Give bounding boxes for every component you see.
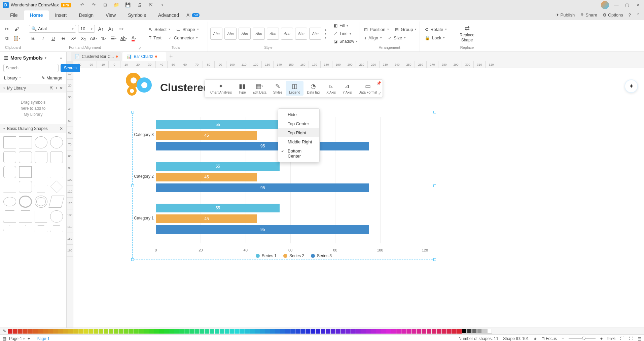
color-swatch[interactable] (159, 329, 164, 334)
export-icon[interactable]: ⇱ (148, 2, 154, 8)
font-size-select[interactable]: 10▾ (78, 25, 95, 33)
color-swatch[interactable] (240, 329, 245, 334)
color-swatch[interactable] (412, 329, 416, 334)
style-preset[interactable]: Abc (224, 28, 237, 40)
collapse-panel-icon[interactable]: « (60, 56, 62, 61)
add-lib-icon[interactable]: + (55, 86, 58, 91)
toolbar-expand-icon[interactable]: ⤢ (378, 91, 381, 96)
fit-page-icon[interactable]: ⛶ (620, 336, 624, 341)
canvas[interactable]: Clustered 📌 ⤢ ✦Chart Analysis ▮▮Type ▦▾E… (73, 68, 644, 328)
bold-icon[interactable]: B (29, 34, 37, 42)
open-icon[interactable]: 📁 (113, 2, 119, 8)
color-swatch[interactable] (245, 329, 250, 334)
color-swatch[interactable] (83, 329, 88, 334)
shape-hexagon[interactable] (50, 225, 63, 237)
color-swatch[interactable] (164, 329, 169, 334)
size-button[interactable]: ⤢Size▾ (386, 34, 408, 41)
color-swatch[interactable] (452, 329, 457, 334)
color-swatch[interactable] (124, 329, 129, 334)
shape-circle[interactable] (50, 136, 63, 148)
page-tab[interactable]: Page-1 (33, 336, 53, 341)
select-tool[interactable]: ↖Select▾ (147, 26, 172, 33)
publish-button[interactable]: ✈Publish (556, 12, 575, 18)
color-swatch[interactable] (104, 329, 108, 334)
highlight-icon[interactable]: ab▾ (120, 34, 128, 42)
color-swatch[interactable] (200, 329, 204, 334)
shape-trapezoid[interactable] (19, 210, 32, 223)
font-color-icon[interactable]: A▾ (130, 34, 138, 42)
color-swatch[interactable] (285, 329, 290, 334)
color-swatch[interactable] (321, 329, 325, 334)
color-swatch[interactable] (437, 329, 441, 334)
close-lib-icon[interactable]: ✕ (60, 86, 63, 91)
gallery-up-icon[interactable]: ▴ (325, 28, 326, 31)
resize-handle[interactable] (433, 184, 436, 187)
color-swatch[interactable] (43, 329, 48, 334)
color-swatch[interactable] (326, 329, 330, 334)
color-swatch[interactable] (306, 329, 310, 334)
shape-ellipse[interactable] (3, 197, 16, 206)
color-swatch[interactable] (255, 329, 260, 334)
align-button[interactable]: ⫞Align▾ (362, 34, 384, 41)
grow-font-icon[interactable]: A↑ (97, 25, 105, 33)
gallery-more-icon[interactable]: ▾ (325, 36, 326, 39)
x-axis-button[interactable]: ⊾X Axis (323, 81, 339, 96)
menu-ai[interactable]: AI hot (186, 12, 200, 18)
shape-rectangle[interactable] (3, 136, 16, 148)
shadow-button[interactable]: ◪Shadow▾ (332, 38, 356, 45)
edit-data-button[interactable]: ▦▾Edit Data (249, 81, 270, 96)
color-swatch[interactable] (129, 329, 134, 334)
data-tag-button[interactable]: ◔Data tag (303, 81, 323, 96)
help-icon[interactable]: ? (629, 12, 631, 18)
color-swatch[interactable] (144, 329, 149, 334)
color-swatch[interactable] (174, 329, 179, 334)
color-swatch[interactable] (467, 329, 472, 334)
color-swatch[interactable] (295, 329, 300, 334)
qat-more-icon[interactable]: ▾ (159, 2, 165, 8)
bullets-icon[interactable]: ☰▾ (110, 34, 118, 42)
superscript-icon[interactable]: X² (69, 34, 77, 42)
page-layout-icon[interactable]: ▦ (3, 336, 6, 341)
color-swatch[interactable] (361, 329, 366, 334)
color-swatch[interactable] (351, 329, 356, 334)
gallery-down-icon[interactable]: ▾ (325, 32, 326, 35)
color-swatch[interactable] (33, 329, 38, 334)
color-swatch[interactable] (401, 329, 406, 334)
format-painter-icon[interactable]: 🖌 (13, 25, 21, 33)
shape-triangle[interactable] (35, 166, 47, 178)
color-swatch[interactable] (134, 329, 139, 334)
shape-hexagon[interactable] (35, 225, 47, 237)
shape-rounded-rect[interactable] (50, 151, 63, 163)
add-page-button[interactable]: + (28, 336, 30, 341)
page-select[interactable]: Page-1 ▾ (9, 336, 25, 341)
close-section-icon[interactable]: ✕ (60, 126, 63, 131)
shape-octagon[interactable] (19, 181, 32, 193)
line-spacing-icon[interactable]: ⇅▾ (100, 34, 108, 42)
y-axis-button[interactable]: ⊿Y Axis (339, 81, 355, 96)
color-swatch[interactable] (311, 329, 315, 334)
resize-handle[interactable] (131, 111, 134, 113)
color-swatch[interactable] (457, 329, 462, 334)
color-swatch[interactable] (73, 329, 78, 334)
color-swatch[interactable] (356, 329, 361, 334)
font-expander-icon[interactable]: ⤢ (138, 46, 141, 50)
shape-parallelogram[interactable] (48, 196, 65, 208)
fullscreen-icon[interactable]: ⛶ (629, 336, 633, 341)
color-swatch[interactable] (53, 329, 58, 334)
color-swatch[interactable] (316, 329, 320, 334)
font-select[interactable]: 🔍Arial▾ (29, 25, 76, 33)
color-swatch[interactable] (220, 329, 224, 334)
basic-shapes-section[interactable]: ▾Basic Drawing Shapes ✕ (0, 124, 66, 133)
shape-triangle[interactable] (3, 181, 16, 193)
color-swatch[interactable] (366, 329, 371, 334)
menu-design[interactable]: Design (73, 10, 100, 20)
style-preset[interactable]: Abc (281, 28, 293, 40)
cut-icon[interactable]: ✂ (3, 25, 11, 33)
color-swatch[interactable] (38, 329, 43, 334)
style-preset[interactable]: Abc (267, 28, 279, 40)
menu-view[interactable]: View (100, 10, 122, 20)
color-swatch[interactable] (482, 329, 487, 334)
chart-type-button[interactable]: ▮▮Type (235, 81, 249, 96)
shape-triangle[interactable] (50, 166, 63, 178)
color-swatch[interactable] (422, 329, 426, 334)
